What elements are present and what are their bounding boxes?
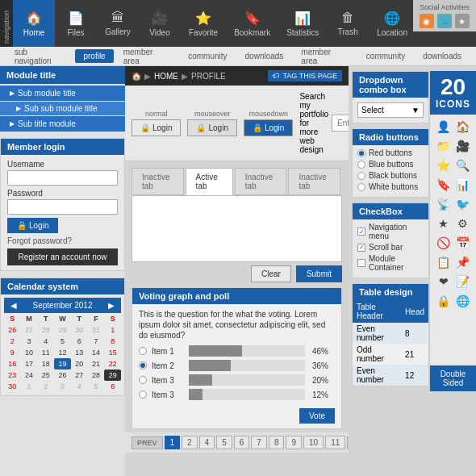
icon-cell-16[interactable]: 📌 bbox=[454, 253, 472, 271]
page-btn-2[interactable]: 2 bbox=[182, 436, 198, 449]
tab-3[interactable]: Inactive tab bbox=[288, 168, 340, 195]
cal-prev-icon[interactable]: ◀ bbox=[10, 301, 17, 310]
page-btn-1[interactable]: 1 bbox=[165, 436, 181, 449]
icon-cell-15[interactable]: 📋 bbox=[435, 253, 453, 271]
icon-cell-18[interactable]: 📝 bbox=[454, 273, 472, 290]
icon-cell-6[interactable]: 🔍 bbox=[454, 157, 472, 174]
cal-day[interactable]: 3 bbox=[21, 336, 38, 347]
cal-day[interactable]: 5 bbox=[88, 381, 105, 392]
icon-cell-1[interactable]: 👤 bbox=[435, 118, 453, 136]
cal-day[interactable]: 2 bbox=[4, 336, 21, 347]
tab-1[interactable]: Active tab bbox=[186, 168, 233, 195]
icon-cell-3[interactable]: 📁 bbox=[435, 137, 453, 155]
checkbox-3[interactable] bbox=[357, 259, 365, 267]
login-mouseover-btn[interactable]: 🔒 Login bbox=[187, 119, 236, 136]
star-social-icon[interactable]: ★ bbox=[455, 14, 470, 28]
login-mousedown-btn[interactable]: 🔒 Login bbox=[244, 119, 293, 136]
cal-day[interactable]: 29 bbox=[54, 324, 71, 336]
nav-item-gallery[interactable]: 🏛 Gallery bbox=[97, 0, 139, 47]
login-normal-btn[interactable]: 🔒 Login bbox=[132, 119, 181, 136]
cal-day[interactable]: 4 bbox=[37, 336, 54, 347]
nav-item-files[interactable]: 📄 Files bbox=[55, 0, 97, 47]
cal-day[interactable]: 6 bbox=[104, 381, 121, 392]
cal-day[interactable]: 22 bbox=[104, 358, 121, 370]
cal-day[interactable]: 11 bbox=[37, 347, 54, 358]
prev-page-btn[interactable]: PREV bbox=[132, 436, 163, 449]
nav-item-favorite[interactable]: ⭐ Favorite bbox=[181, 0, 226, 47]
cal-day[interactable]: 12 bbox=[54, 347, 71, 358]
cal-day[interactable]: 24 bbox=[21, 370, 38, 381]
twitter-icon[interactable]: 🐦 bbox=[437, 14, 452, 28]
cal-day[interactable]: 27 bbox=[21, 324, 38, 336]
icon-cell-2[interactable]: 🏠 bbox=[454, 118, 472, 136]
cal-day[interactable]: 26 bbox=[4, 324, 21, 336]
icon-cell-8[interactable]: 📊 bbox=[454, 176, 472, 194]
cal-day-today[interactable]: 19 bbox=[54, 358, 71, 370]
vote-radio-1[interactable] bbox=[139, 347, 147, 355]
cal-day[interactable]: 7 bbox=[88, 336, 105, 347]
cal-day[interactable]: 31 bbox=[88, 324, 105, 336]
nav-item-home[interactable]: 🏠 Home bbox=[13, 0, 55, 47]
icon-cell-19[interactable]: 🔒 bbox=[435, 292, 453, 310]
cal-day-selected[interactable]: 29 bbox=[104, 370, 121, 381]
page-btn-9[interactable]: 9 bbox=[286, 436, 302, 449]
cal-day[interactable]: 15 bbox=[104, 347, 121, 358]
cal-day[interactable]: 14 bbox=[88, 347, 105, 358]
cal-day[interactable]: 10 bbox=[21, 347, 38, 358]
icon-cell-12[interactable]: ⚙ bbox=[454, 215, 472, 232]
login-button[interactable]: 🔒 Login bbox=[7, 218, 58, 233]
tag-this-page-btn[interactable]: 🏷 TAG THIS PAGE bbox=[268, 70, 342, 81]
subnav-item-3[interactable]: community bbox=[180, 49, 235, 63]
icon-cell-14[interactable]: 📅 bbox=[454, 234, 472, 252]
nav-item-trash[interactable]: 🗑 Trash bbox=[327, 0, 369, 47]
subnav-item-6[interactable]: community bbox=[358, 49, 413, 63]
username-input[interactable] bbox=[7, 170, 118, 186]
forgot-password-link[interactable]: Forgot password? bbox=[7, 236, 118, 245]
subnav-item-4[interactable]: downloads bbox=[237, 49, 292, 63]
subnav-item-1[interactable]: profile bbox=[75, 49, 113, 63]
checkbox-1[interactable]: ✓ bbox=[357, 228, 365, 236]
radio-item-1[interactable]: Red buttons bbox=[357, 148, 424, 157]
cal-day[interactable]: 5 bbox=[54, 336, 71, 347]
vote-radio-3[interactable] bbox=[139, 376, 147, 384]
cal-day[interactable]: 28 bbox=[37, 324, 54, 336]
cal-day[interactable]: 21 bbox=[88, 358, 105, 370]
subnav-item-2[interactable]: member area bbox=[115, 45, 178, 68]
submit-button[interactable]: Submit bbox=[296, 265, 342, 282]
cal-day[interactable]: 18 bbox=[37, 358, 54, 370]
radio-item-4[interactable]: White buttons bbox=[357, 182, 424, 191]
icon-cell-10[interactable]: 🐦 bbox=[454, 195, 472, 213]
radio-item-3[interactable]: Black buttons bbox=[357, 171, 424, 180]
sub-module-2[interactable]: Sub title module bbox=[0, 116, 125, 132]
sub-module-1[interactable]: Sub module title bbox=[0, 86, 125, 101]
cal-day[interactable]: 9 bbox=[4, 347, 21, 358]
icon-cell-4[interactable]: 🎥 bbox=[454, 137, 472, 155]
subnav-item-7[interactable]: downloads bbox=[415, 49, 470, 63]
password-input[interactable] bbox=[7, 199, 118, 215]
icon-cell-9[interactable]: 📡 bbox=[435, 195, 453, 213]
cal-day[interactable]: 27 bbox=[71, 370, 88, 381]
cal-day[interactable]: 30 bbox=[4, 381, 21, 392]
nav-item-video[interactable]: 🎥 Video bbox=[139, 0, 181, 47]
page-btn-11[interactable]: 11 bbox=[325, 436, 345, 449]
clear-button[interactable]: Clear bbox=[251, 265, 291, 282]
subnav-item-0[interactable]: sub navigation bbox=[6, 45, 73, 68]
search-input[interactable] bbox=[332, 115, 349, 132]
page-btn-4[interactable]: 4 bbox=[199, 436, 215, 449]
cal-day[interactable]: 25 bbox=[37, 370, 54, 381]
cal-day[interactable]: 17 bbox=[21, 358, 38, 370]
cal-day[interactable]: 30 bbox=[71, 324, 88, 336]
cal-day[interactable]: 8 bbox=[104, 336, 121, 347]
breadcrumb-home[interactable]: HOME bbox=[154, 72, 178, 81]
page-btn-10[interactable]: 10 bbox=[303, 436, 324, 449]
checkbox-2[interactable]: ✓ bbox=[357, 244, 365, 252]
cal-day[interactable]: 16 bbox=[4, 358, 21, 370]
page-btn-6[interactable]: 6 bbox=[234, 436, 250, 449]
page-btn-7[interactable]: 7 bbox=[251, 436, 267, 449]
radio-item-2[interactable]: Blue buttons bbox=[357, 160, 424, 169]
vote-radio-2[interactable] bbox=[139, 361, 147, 370]
tab-2[interactable]: Inactive tab bbox=[235, 168, 287, 195]
cal-day[interactable]: 2 bbox=[37, 381, 54, 392]
page-btn-8[interactable]: 8 bbox=[269, 436, 285, 449]
subnav-item-5[interactable]: member area bbox=[293, 45, 356, 68]
